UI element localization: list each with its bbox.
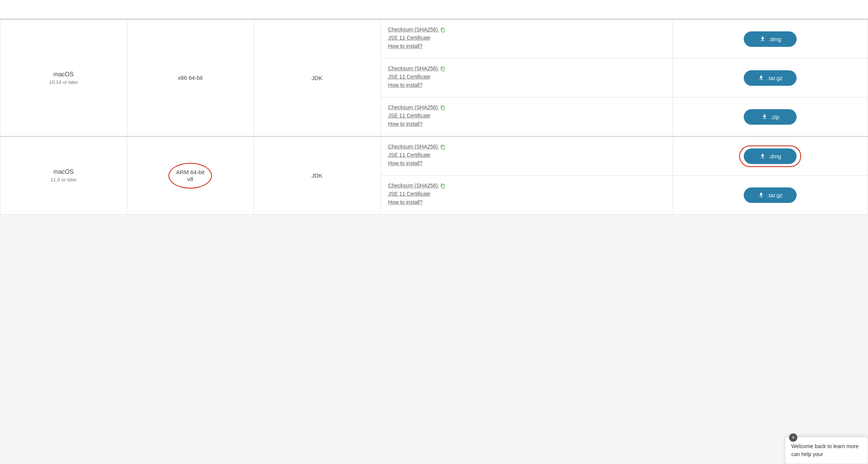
download-icon [758, 75, 764, 81]
certificate-link-x86-targz[interactable]: JSE 11 Certificate [388, 74, 665, 80]
os-name-arm: macOS [4, 169, 123, 175]
copy-icon [440, 28, 445, 32]
top-bar [0, 0, 868, 19]
download-cell-x86-dmg: .dmg [673, 19, 868, 59]
download-cell-arm-targz: .tar.gz [673, 176, 868, 215]
arch-text-x86: x86 64-bit [178, 74, 203, 81]
download-btn-x86-zip[interactable]: .zip [744, 109, 797, 125]
info-cell-arm-targz: Checksum (SHA256) JSE 11 Certificate How… [380, 176, 673, 215]
download-btn-arm-targz[interactable]: .tar.gz [744, 187, 797, 203]
os-cell-macos-arm: macOS 11.0 or later [0, 136, 127, 215]
download-btn-x86-targz[interactable]: .tar.gz [744, 70, 797, 86]
checksum-link-x86-zip[interactable]: Checksum (SHA256) [388, 104, 665, 110]
info-cell-x86-targz: Checksum (SHA256) JSE 11 Certificate How… [380, 59, 673, 97]
download-cell-arm-dmg: .dmg [673, 136, 868, 176]
download-cell-x86-zip: .zip [673, 97, 868, 137]
type-label-arm: JDK [312, 172, 322, 179]
arch-cell-arm: ARM 64-bit v8 [127, 136, 254, 215]
howto-link-arm-dmg[interactable]: How to install? [388, 160, 665, 166]
table-row: macOS 11.0 or later ARM 64-bit v8 JDK Ch… [0, 136, 868, 176]
checksum-link-arm-dmg[interactable]: Checksum (SHA256) [388, 144, 665, 150]
howto-link-arm-targz[interactable]: How to install? [388, 199, 665, 205]
info-cell-arm-dmg: Checksum (SHA256) JSE 11 Certificate How… [380, 136, 673, 176]
howto-link-x86-zip[interactable]: How to install? [388, 121, 665, 127]
info-cell-x86-zip: Checksum (SHA256) JSE 11 Certificate How… [380, 97, 673, 137]
download-btn-arm-dmg[interactable]: .dmg [744, 148, 797, 164]
download-icon [761, 114, 768, 120]
table-container: macOS 10.14 or later x86 64-bit JDK Chec… [0, 19, 868, 215]
type-cell-arm: JDK [254, 136, 381, 215]
arch-circled-arm: ARM 64-bit v8 [168, 163, 212, 189]
checksum-link-arm-targz[interactable]: Checksum (SHA256) [388, 183, 665, 189]
download-btn-x86-dmg[interactable]: .dmg [744, 31, 797, 47]
download-icon [760, 36, 766, 42]
os-version: 10.14 or later [4, 79, 123, 85]
checksum-link-x86-targz[interactable]: Checksum (SHA256) [388, 65, 665, 71]
type-label-x86: JDK [312, 75, 322, 81]
info-cell-x86-dmg: Checksum (SHA256) JSE 11 Certificate How… [380, 19, 673, 59]
btn-label-x86-targz: .tar.gz [767, 75, 783, 81]
checksum-link-x86-dmg[interactable]: Checksum (SHA256) [388, 26, 665, 32]
certificate-link-arm-dmg[interactable]: JSE 11 Certificate [388, 152, 665, 158]
arch-text-arm-line1: ARM 64-bit [176, 169, 204, 175]
copy-icon [440, 184, 445, 189]
table-row: macOS 10.14 or later x86 64-bit JDK Chec… [0, 19, 868, 59]
btn-label-x86-zip: .zip [771, 114, 779, 120]
os-version-arm: 11.0 or later [4, 177, 123, 183]
os-cell-macos-x86: macOS 10.14 or later [0, 19, 127, 136]
os-name: macOS [4, 71, 123, 78]
certificate-link-arm-targz[interactable]: JSE 11 Certificate [388, 191, 665, 197]
arch-text-arm-line2: v8 [187, 176, 193, 182]
btn-label-x86-dmg: .dmg [769, 36, 781, 42]
type-cell-x86: JDK [254, 19, 381, 136]
certificate-link-x86-dmg[interactable]: JSE 11 Certificate [388, 35, 665, 41]
copy-icon [440, 145, 445, 150]
download-icon [758, 192, 764, 198]
arch-cell-x86: x86 64-bit [127, 19, 254, 136]
copy-icon [440, 67, 445, 71]
howto-link-x86-dmg[interactable]: How to install? [388, 43, 665, 49]
copy-icon [440, 105, 445, 110]
btn-label-arm-dmg: .dmg [769, 153, 781, 159]
btn-label-arm-targz: .tar.gz [767, 192, 783, 198]
download-icon [760, 153, 766, 159]
download-table: macOS 10.14 or later x86 64-bit JDK Chec… [0, 19, 868, 215]
howto-link-x86-targz[interactable]: How to install? [388, 82, 665, 88]
certificate-link-x86-zip[interactable]: JSE 11 Certificate [388, 113, 665, 119]
download-cell-x86-targz: .tar.gz [673, 59, 868, 97]
